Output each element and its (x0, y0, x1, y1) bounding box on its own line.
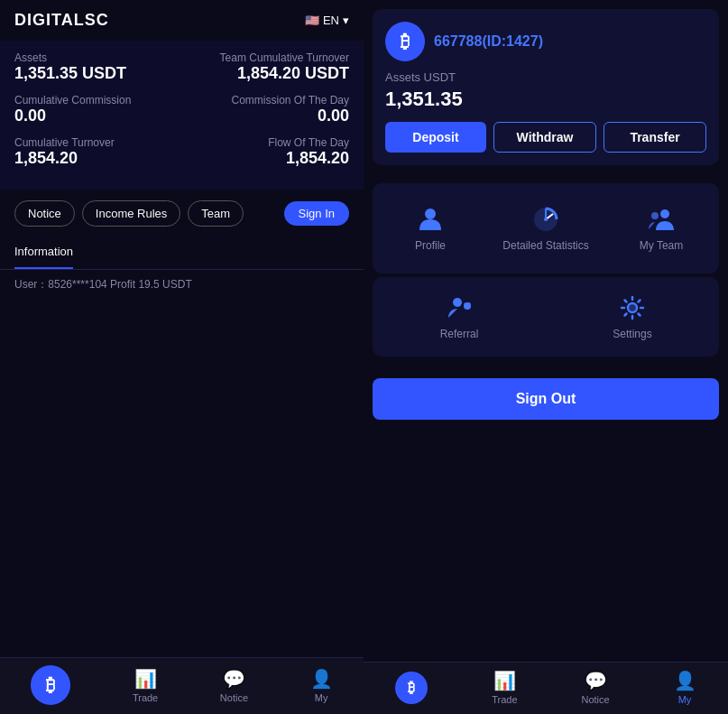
menu-referral[interactable]: + Referral (373, 281, 546, 353)
signout-section: Sign Out (364, 366, 728, 432)
team-icon (647, 205, 676, 234)
income-rules-button[interactable]: Income Rules (82, 200, 180, 227)
detailed-statistics-label: Detailed Statistics (502, 239, 588, 252)
menu-settings[interactable]: Settings (546, 281, 719, 353)
right-my-label: My (678, 694, 692, 705)
svg-point-3 (660, 209, 669, 218)
left-nav-home[interactable]: ₿ (31, 665, 70, 705)
profile-icon (416, 205, 445, 234)
deposit-button[interactable]: Deposit (385, 122, 486, 153)
cumulative-turnover-label: Cumulative Turnover (14, 136, 115, 149)
left-panel: DIGITALSC 🇺🇸 EN ▾ Assets 1,351.35 USDT T… (0, 0, 364, 714)
withdraw-button[interactable]: Withdraw (493, 122, 596, 153)
team-button[interactable]: Team (188, 200, 244, 227)
bitcoin-icon: ₿ (31, 665, 70, 705)
right-panel: ₿ 667788(ID:1427) Assets USDT 1,351.35 D… (364, 0, 728, 714)
stats-icon (531, 205, 560, 234)
cumulative-commission-label: Cumulative Commission (14, 94, 131, 107)
cumulative-commission-value: 0.00 (14, 107, 131, 125)
profile-label: Profile (415, 239, 446, 252)
right-notice-label: Notice (581, 694, 609, 705)
transfer-button[interactable]: Transfer (604, 122, 706, 153)
right-nav-my[interactable]: 👤 My (674, 670, 696, 705)
trade-icon: 📊 (134, 668, 157, 690)
user-card: ₿ 667788(ID:1427) Assets USDT 1,351.35 D… (373, 9, 719, 165)
team-cumulative-value: 1,854.20 USDT (237, 64, 349, 83)
commission-day-value: 0.00 (318, 107, 349, 125)
right-nav-trade[interactable]: 📊 Trade (492, 670, 517, 705)
settings-icon (618, 293, 647, 322)
left-bottom-nav: ₿ 📊 Trade 💬 Notice 👤 My (0, 657, 364, 714)
flag-icon: 🇺🇸 (305, 14, 319, 27)
notice-icon: 💬 (223, 668, 245, 690)
my-label: My (315, 692, 328, 703)
left-nav-trade[interactable]: 📊 Trade (133, 668, 158, 703)
user-avatar: ₿ (385, 22, 425, 61)
svg-point-0 (425, 209, 436, 219)
commission-day-label: Commission Of The Day (232, 94, 349, 107)
stats-row-1: Assets 1,351.35 USDT Team Cumulative Tur… (14, 51, 349, 90)
right-assets-label: Assets USDT (385, 70, 706, 84)
team-cumulative-col: Team Cumulative Turnover 1,854.20 USDT (220, 51, 349, 90)
menu-detailed-statistics[interactable]: Detailed Statistics (488, 192, 604, 264)
notice-button[interactable]: Notice (14, 200, 75, 227)
cumulative-commission-col: Cumulative Commission 0.00 (14, 94, 131, 133)
my-team-label: My Team (640, 239, 683, 252)
svg-point-4 (651, 212, 659, 219)
info-tab[interactable]: Information (14, 245, 73, 269)
menu-grid-row2: + Referral Settings (373, 277, 719, 357)
trade-label: Trade (133, 692, 158, 703)
right-bottom-nav: ₿ 📊 Trade 💬 Notice 👤 My (364, 662, 728, 714)
cumulative-turnover-col: Cumulative Turnover 1,854.20 (14, 136, 115, 175)
bitcoin-home-icon: ₿ (395, 672, 428, 704)
svg-text:+: + (465, 302, 471, 312)
svg-point-12 (629, 304, 636, 311)
user-id: 667788(ID:1427) (434, 33, 543, 50)
right-notice-icon: 💬 (585, 670, 607, 691)
stats-row-3: Cumulative Turnover 1,854.20 Flow Of The… (14, 136, 349, 175)
my-icon: 👤 (310, 668, 333, 690)
info-tab-row: Information (0, 237, 364, 270)
left-nav-my[interactable]: 👤 My (310, 668, 333, 703)
menu-my-team[interactable]: My Team (604, 192, 719, 264)
referral-label: Referral (440, 328, 479, 340)
referral-icon: + (445, 293, 474, 322)
notice-label: Notice (220, 692, 248, 703)
flow-day-value: 1,854.20 (286, 149, 349, 168)
user-card-header: ₿ 667788(ID:1427) (385, 22, 706, 61)
team-cumulative-label: Team Cumulative Turnover (220, 51, 349, 64)
settings-label: Settings (613, 328, 651, 340)
sign-in-button[interactable]: Sign In (284, 201, 349, 226)
right-trade-icon: 📊 (493, 670, 516, 691)
info-tab-label: Information (14, 245, 73, 262)
language-selector[interactable]: 🇺🇸 EN ▾ (305, 14, 349, 27)
svg-point-5 (453, 298, 462, 307)
assets-col: Assets 1,351.35 USDT (14, 51, 126, 90)
nav-buttons: Notice Income Rules Team Sign In (0, 190, 364, 237)
language-label: EN (323, 14, 339, 27)
commission-day-col: Commission Of The Day 0.00 (232, 94, 349, 133)
stats-section: Assets 1,351.35 USDT Team Cumulative Tur… (0, 41, 364, 190)
cumulative-turnover-value: 1,854.20 (14, 149, 115, 168)
flow-day-col: Flow Of The Day 1,854.20 (268, 136, 349, 175)
right-nav-notice[interactable]: 💬 Notice (581, 670, 609, 705)
assets-value: 1,351.35 USDT (14, 64, 126, 83)
svg-point-2 (544, 218, 548, 221)
right-my-icon: 👤 (674, 670, 696, 691)
signout-button[interactable]: Sign Out (373, 378, 719, 420)
info-section: User：8526****104 Profit 19.5 USDT (0, 270, 364, 300)
right-nav-home[interactable]: ₿ (395, 672, 428, 704)
flow-day-label: Flow Of The Day (268, 136, 349, 149)
marquee-text: User：8526****104 Profit 19.5 USDT (14, 277, 349, 292)
menu-profile[interactable]: Profile (373, 192, 488, 264)
menu-grid-row1: Profile Detailed Statistics My Team (373, 183, 719, 274)
chevron-down-icon: ▾ (343, 14, 349, 27)
logo: DIGITALSC (14, 11, 109, 30)
right-trade-label: Trade (492, 694, 517, 705)
action-buttons: Deposit Withdraw Transfer (385, 122, 706, 153)
left-header: DIGITALSC 🇺🇸 EN ▾ (0, 0, 364, 41)
left-nav-notice[interactable]: 💬 Notice (220, 668, 248, 703)
stats-row-2: Cumulative Commission 0.00 Commission Of… (14, 94, 349, 133)
assets-label: Assets (14, 51, 126, 64)
right-assets-value: 1,351.35 (385, 88, 706, 111)
